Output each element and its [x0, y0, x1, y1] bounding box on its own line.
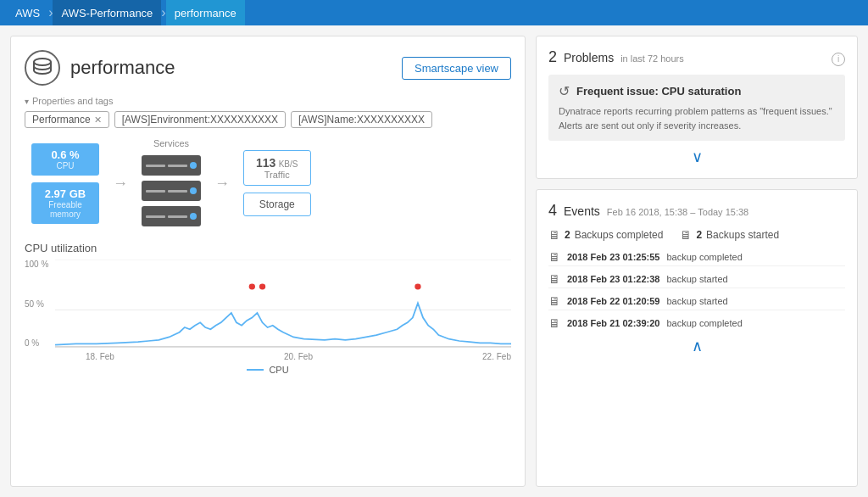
traffic-box: 113 KB/S Traffic	[243, 150, 311, 186]
memory-metric-box: 2.97 GB Freeable memory	[31, 182, 99, 224]
problems-label: Problems	[564, 51, 614, 64]
event-date-1: 2018 Feb 23 01:22:38	[567, 274, 659, 284]
event-row-2: 🖥 2018 Feb 22 01:20:59 backup started	[548, 293, 845, 310]
event-desc-0: backup completed	[666, 252, 742, 262]
events-panel-header: 4 Events Feb 16 2018, 15:38 – Today 15:3…	[548, 202, 845, 220]
chart-legend: CPU	[25, 365, 511, 375]
arrow-to-traffic: →	[214, 175, 230, 193]
problems-count: 2	[548, 48, 557, 66]
services-group: Services	[142, 138, 201, 228]
problems-chevron-down[interactable]: ∨	[548, 148, 845, 166]
event-desc-1: backup started	[666, 274, 727, 284]
tag-performance[interactable]: Performance ✕	[25, 111, 109, 128]
problems-panel: 2 Problems in last 72 hours i ↺ Frequent…	[536, 36, 858, 179]
legend-cpu-label: CPU	[269, 365, 288, 375]
properties-label: Properties and tags	[25, 96, 511, 106]
x-label-22: 22. Feb	[482, 352, 511, 361]
backup-started-icon: 🖥	[680, 228, 692, 242]
event-list: 🖥 2018 Feb 23 01:25:55 backup completed …	[548, 248, 845, 332]
event-row-1: 🖥 2018 Feb 23 01:22:38 backup started	[548, 271, 845, 288]
page-header: performance Smartscape view	[25, 50, 511, 86]
tag-aws-env-text: [AWS]Environment:XXXXXXXXXX	[122, 114, 278, 126]
right-panel: 2 Problems in last 72 hours i ↺ Frequent…	[536, 36, 858, 487]
event-icon-2: 🖥	[548, 294, 560, 308]
infra-diagram: 0.6 % CPU 2.97 GB Freeable memory → Serv…	[31, 138, 511, 228]
events-chevron-up[interactable]: ∧	[548, 337, 845, 355]
problems-panel-header: 2 Problems in last 72 hours i	[548, 48, 845, 66]
smartscape-button[interactable]: Smartscape view	[402, 57, 511, 80]
chart-area: 100 % 50 % 0 %	[25, 260, 511, 361]
tags-row: Performance ✕ [AWS]Environment:XXXXXXXXX…	[25, 111, 511, 128]
x-label-20: 20. Feb	[284, 352, 313, 361]
nav-aws[interactable]: AWS	[7, 0, 48, 25]
problem-prefix: Frequent issue:	[576, 85, 659, 98]
problem-item: ↺ Frequent issue: CPU saturation Dynatra…	[548, 75, 845, 141]
page-title: performance	[70, 57, 175, 79]
backups-completed-summary: 🖥 2 Backups completed	[548, 228, 663, 242]
cpu-metric-box: 0.6 % CPU	[31, 143, 99, 176]
event-icon-0: 🖥	[548, 250, 560, 264]
traffic-label: Traffic	[256, 170, 298, 180]
y-label-50: 50 %	[25, 299, 48, 309]
services-label: Services	[153, 138, 189, 148]
top-nav: AWS › AWS-Performance › performance	[0, 0, 868, 25]
problem-desc: Dynatrace reports recurring problem patt…	[559, 104, 835, 132]
chart-y-labels: 100 % 50 % 0 %	[25, 260, 48, 361]
legend-cpu-line	[247, 369, 264, 371]
event-date-2: 2018 Feb 22 01:20:59	[567, 296, 659, 306]
completed-label: Backups completed	[575, 229, 664, 241]
events-label: Events	[564, 204, 600, 218]
server-line-3	[146, 190, 165, 193]
chart-x-labels: 18. Feb 20. Feb 22. Feb	[86, 352, 511, 361]
server-line-2	[168, 165, 187, 167]
server-icon-1	[142, 155, 201, 176]
problem-issue: CPU saturation	[661, 85, 741, 98]
traffic-unit: KB/S	[279, 159, 298, 169]
storage-box: Storage	[243, 193, 311, 216]
y-label-100: 100 %	[25, 260, 48, 269]
metrics-col: 0.6 % CPU 2.97 GB Freeable memory	[31, 143, 99, 224]
page-icon	[25, 50, 60, 86]
y-label-0: 0 %	[25, 338, 48, 348]
svg-point-6	[415, 284, 420, 290]
tag-performance-remove[interactable]: ✕	[94, 114, 102, 126]
server-icon-2	[142, 181, 201, 201]
chart-canvas: 18. Feb 20. Feb 22. Feb	[55, 260, 511, 361]
started-label: Backups started	[706, 229, 779, 241]
server-icon-3	[142, 206, 201, 226]
problem-title: Frequent issue: CPU saturation	[576, 85, 741, 98]
backups-started-summary: 🖥 2 Backups started	[680, 228, 779, 242]
traffic-number: 113	[256, 156, 275, 170]
event-row-0: 🖥 2018 Feb 23 01:25:55 backup completed	[548, 248, 845, 266]
events-panel: 4 Events Feb 16 2018, 15:38 – Today 15:3…	[536, 189, 858, 487]
server-line-4	[168, 190, 187, 193]
right-boxes: 113 KB/S Traffic Storage	[243, 150, 311, 216]
memory-value: 2.97 GB	[40, 187, 91, 200]
event-desc-2: backup started	[666, 296, 727, 306]
events-date-range: Feb 16 2018, 15:38 – Today 15:38	[607, 207, 748, 217]
server-dot-3	[190, 213, 197, 220]
cpu-value: 0.6 %	[40, 148, 91, 161]
arrow-to-services: →	[113, 175, 128, 193]
event-date-0: 2018 Feb 23 01:25:55	[567, 252, 659, 262]
chart-section: CPU utilization 100 % 50 % 0 %	[25, 242, 511, 375]
tag-performance-text: Performance	[32, 114, 91, 126]
server-dot-1	[190, 162, 197, 169]
svg-point-0	[34, 59, 51, 65]
left-panel: performance Smartscape view Properties a…	[10, 36, 526, 487]
svg-point-5	[259, 284, 265, 290]
tag-aws-name-text: [AWS]Name:XXXXXXXXXX	[298, 114, 425, 126]
chart-title: CPU utilization	[25, 242, 511, 254]
db-icon	[31, 56, 54, 80]
nav-performance[interactable]: performance	[166, 0, 245, 25]
server-dot-2	[190, 187, 197, 194]
problems-info-icon[interactable]: i	[832, 53, 845, 66]
nav-aws-performance[interactable]: AWS-Performance	[53, 0, 161, 25]
page-title-area: performance	[25, 50, 175, 86]
problems-sublabel: in last 72 hours	[620, 53, 684, 64]
refresh-icon: ↺	[559, 83, 570, 99]
server-line-1	[146, 165, 165, 167]
event-date-3: 2018 Feb 21 02:39:20	[567, 318, 659, 328]
events-count: 4	[548, 202, 557, 220]
event-row-3: 🖥 2018 Feb 21 02:39:20 backup completed	[548, 315, 845, 332]
